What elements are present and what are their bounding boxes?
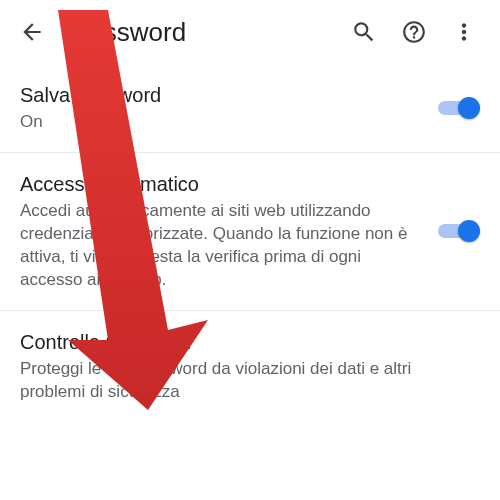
app-bar: Password (0, 0, 500, 64)
help-button[interactable] (390, 8, 438, 56)
check-passwords-description: Proteggi le tue password da violazioni d… (20, 358, 468, 404)
auto-signin-text: Accesso automatico Accedi automaticament… (20, 171, 436, 292)
auto-signin-description: Accedi automaticamente ai siti web utili… (20, 200, 424, 292)
check-passwords-title: Controlla password (20, 329, 468, 356)
save-passwords-text: Salva password On (20, 82, 436, 134)
auto-signin-title: Accesso automatico (20, 171, 424, 198)
search-button[interactable] (340, 8, 388, 56)
auto-signin-toggle[interactable] (436, 219, 480, 243)
more-vert-icon (451, 19, 477, 45)
toggle-thumb (458, 97, 480, 119)
help-icon (401, 19, 427, 45)
search-icon (351, 19, 377, 45)
check-passwords-row[interactable]: Controlla password Proteggi le tue passw… (0, 311, 500, 422)
save-passwords-status: On (20, 111, 424, 134)
auto-signin-row[interactable]: Accesso automatico Accedi automaticament… (0, 153, 500, 310)
check-passwords-text: Controlla password Proteggi le tue passw… (20, 329, 480, 404)
save-passwords-toggle[interactable] (436, 96, 480, 120)
save-passwords-title: Salva password (20, 82, 424, 109)
back-button[interactable] (8, 8, 56, 56)
page-title: Password (72, 17, 340, 48)
more-button[interactable] (440, 8, 488, 56)
save-passwords-row[interactable]: Salva password On (0, 64, 500, 152)
header-actions (340, 8, 488, 56)
toggle-thumb (458, 220, 480, 242)
arrow-back-icon (19, 19, 45, 45)
